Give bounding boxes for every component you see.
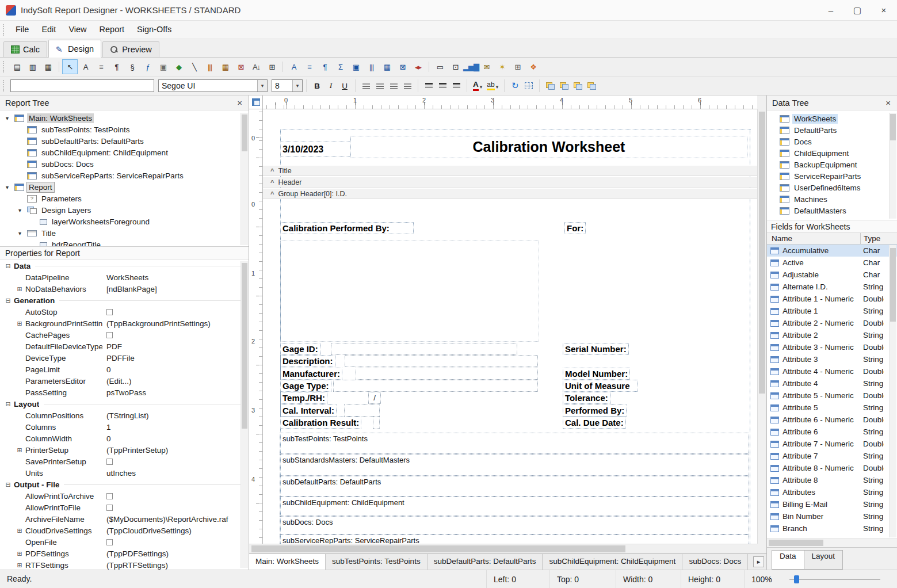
font-family-select[interactable]: Segoe UI [158,79,268,92]
dbbarcode-2d-tool-icon[interactable]: ▦ [379,59,395,74]
close-icon[interactable]: × [236,98,243,108]
property-row[interactable]: AllowPrintToArchive [0,490,249,502]
fields-column-name[interactable]: Name [767,234,792,243]
shape-tool-icon[interactable]: ◆ [171,59,186,74]
canvas-horizontal-scrollbar[interactable] [249,544,757,553]
report-settings-icon[interactable]: ▤ [9,59,25,74]
property-row[interactable]: ⊟ Generation [0,295,249,306]
expander-icon[interactable]: ⊞ [16,285,23,293]
mail-tool-icon[interactable]: ✉ [479,59,494,74]
collapse-band-icon[interactable]: ^ [270,167,274,174]
page-tab[interactable]: subDocs: Docs [682,554,748,570]
field-row[interactable]: Attribute 7 - Numeric Double [767,438,897,450]
property-row[interactable]: ⊟ Output - File [0,479,249,490]
property-row[interactable]: ⊞ CloudDriveSettings (TppCloudDriveSetti… [0,525,249,536]
field-row[interactable]: Attribute 4 - Numeric Double [767,365,897,377]
report-tree-item[interactable]: subServiceRepParts: ServiceRepairParts [0,170,249,181]
expander-icon[interactable]: ⊞ [16,320,23,327]
data-tree-item[interactable]: UserDefined6Items [767,182,897,193]
property-value[interactable] [106,505,239,511]
subreport-testpoints[interactable]: subTestPoints: TestPoints [280,433,749,454]
chart-tool-icon[interactable]: ▂▅▇ [463,59,479,74]
expander-icon[interactable]: ▾ [18,230,27,236]
data-layout-tab[interactable]: Data [772,550,804,570]
canvas-vertical-scrollbar[interactable] [757,109,766,544]
property-value[interactable]: PDF [106,342,239,351]
property-row[interactable]: ⊞ NoDataBehaviors [ndBlankPage] [0,283,249,295]
property-row[interactable]: SavePrinterSetup [0,456,249,467]
scrollbar-thumb[interactable] [890,248,896,322]
field-row[interactable]: Adjustable Char [767,269,897,281]
dbtext-tool-icon[interactable]: A [286,59,301,74]
menu-item[interactable]: Sign-Offs [131,21,178,39]
property-value[interactable]: (TppRTFSettings) [106,561,239,570]
toolbar-grip[interactable] [3,80,6,91]
data-tree-item[interactable]: Docs [767,136,897,147]
data-tree-item[interactable]: BackupEquipment [767,159,897,170]
table-grid-tool-icon[interactable]: ⊞ [264,59,280,74]
checkbox-icon[interactable] [106,505,113,511]
label-for[interactable]: For: [564,222,586,234]
temp-rh-field[interactable]: / [368,392,381,404]
sort-tool-icon[interactable]: A↓ [249,59,264,74]
manufacturer-field[interactable] [356,368,538,380]
property-row[interactable]: AutoStop [0,306,249,318]
subreport-servicerepparts[interactable]: subServiceRepParts: ServiceRepairParts [280,534,749,544]
field-row[interactable]: Attribute 6 String [767,426,897,438]
label-gage-id[interactable]: Gage ID: [280,343,320,355]
checkbox-icon[interactable] [106,309,113,315]
field-row[interactable]: Attribute 3 String [767,353,897,365]
label-model-number[interactable]: Model Number: [563,368,630,380]
field-row[interactable]: Attribute 2 - Numeric Double [767,317,897,329]
property-row[interactable]: ⊞ RTFSettings (TppRTFSettings) [0,559,249,570]
data-tree-item[interactable]: ChildEquipment [767,147,897,159]
scrollbar-thumb[interactable] [890,114,896,140]
dbnavigator-tool-icon[interactable]: ◂▸ [410,59,426,74]
design-canvas[interactable]: 3/10/2023 Calibration Worksheet ^Title ^… [263,109,757,544]
field-row[interactable]: Attribute 8 - Numeric Double [767,462,897,474]
data-tree-item[interactable]: WorkSheets [767,113,897,124]
bring-to-front-button[interactable] [543,79,557,92]
property-value[interactable]: (TppPDFSettings) [106,549,239,558]
chevron-down-icon[interactable] [257,80,267,91]
cal-interval-field[interactable] [344,404,380,417]
field-row[interactable]: Attribute 5 String [767,402,897,414]
expander-icon[interactable]: ⊟ [5,297,12,304]
richtext-tool-icon[interactable]: ¶ [109,59,124,74]
zoom-slider-thumb[interactable] [794,575,799,583]
close-button[interactable]: × [871,0,897,20]
property-value[interactable]: 1 [106,423,239,432]
field-row[interactable]: Attribute 3 - Numeric Double [767,341,897,353]
barcode-tool-icon[interactable]: ||| [202,59,217,74]
theme-tool-icon[interactable]: ❖ [525,59,541,74]
property-row[interactable]: DefaultFileDeviceType PDF [0,341,249,352]
expander-icon[interactable]: ⊟ [5,262,12,270]
band-title[interactable]: ^Title [263,165,757,176]
field-row[interactable]: Attributes String [767,486,897,498]
property-row[interactable]: ⊞ PrinterSetup (TppPrinterSetup) [0,444,249,456]
dbimage-tool-icon[interactable]: ▣ [348,59,364,74]
property-value[interactable] [106,309,239,315]
scrollbar-thumb[interactable] [242,263,247,429]
menu-item[interactable]: File [9,21,35,39]
label-temp-rh[interactable]: Temp./RH: [280,392,327,404]
field-row[interactable]: Attribute 7 String [767,450,897,462]
valign-bottom-button[interactable] [449,79,463,92]
field-row[interactable]: Attribute 8 String [767,474,897,486]
dbcheckbox-tool-icon[interactable]: ⊠ [395,59,410,74]
property-value[interactable]: psTwoPass [106,388,239,397]
report-tree-item[interactable]: ▾ Main: WorkSheets [0,112,249,124]
fields-column-type[interactable]: Type [860,233,880,244]
send-to-back-button[interactable] [557,79,571,92]
property-row[interactable]: CachePages [0,329,249,341]
subreport-docs[interactable]: subDocs: Docs [280,516,749,534]
property-row[interactable]: ⊟ Layout [0,398,249,410]
property-value[interactable]: [ndBlankPage] [106,285,239,293]
property-row[interactable]: ArchiveFileName ($MyDocuments)\ReportArc… [0,513,249,525]
report-title-label[interactable]: Calibration Worksheet [350,136,747,158]
field-row[interactable]: Bin Number String [767,510,897,522]
collapse-band-icon[interactable]: ^ [270,190,274,197]
align-left-button[interactable] [359,79,373,92]
label-cal-due-date[interactable]: Cal. Due Date: [563,417,626,429]
scrollbar-thumb[interactable] [759,112,765,394]
